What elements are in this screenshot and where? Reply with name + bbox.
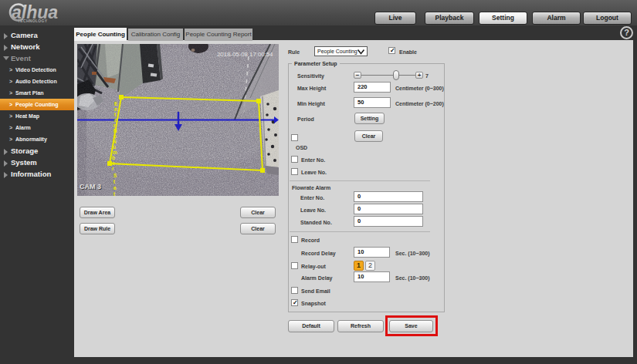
svg-text:u: u: [113, 144, 116, 150]
svg-text:b: b: [112, 155, 115, 160]
svg-text:2018-05-08 17:00:54: 2018-05-08 17:00:54: [217, 51, 273, 58]
svg-text:E: E: [114, 101, 118, 106]
svg-text:S: S: [114, 173, 117, 178]
svg-text:N: N: [113, 139, 117, 144]
svg-text:e: e: [114, 117, 117, 123]
svg-text:o: o: [114, 133, 117, 139]
svg-text:a: a: [114, 185, 117, 190]
svg-text:n: n: [114, 106, 117, 112]
svg-text:m: m: [113, 150, 117, 155]
svg-text:e: e: [112, 160, 115, 166]
svg-text:CAM 3: CAM 3: [80, 183, 101, 190]
svg-text:TECHNOLOGY: TECHNOLOGY: [18, 19, 48, 23]
svg-text:N: N: [114, 128, 117, 133]
